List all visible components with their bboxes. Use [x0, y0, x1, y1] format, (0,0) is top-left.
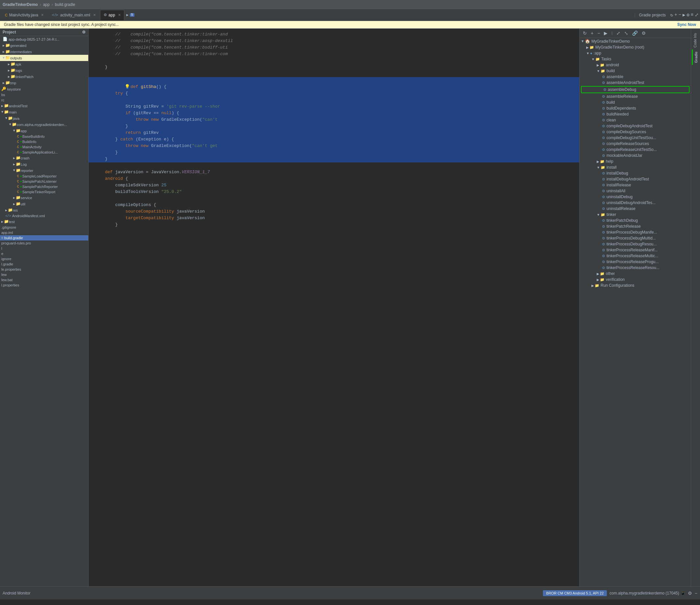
tab-mainactivity[interactable]: C MainActivity.java ✕ — [1, 10, 47, 20]
tab-num-badge[interactable]: ▶ 5 — [126, 13, 134, 17]
gradle-android-folder[interactable]: ▶ 📁 android — [580, 62, 691, 68]
collapse-all-button[interactable]: ⤡ — [623, 30, 629, 37]
refresh-gradle-button[interactable]: ↻ — [581, 30, 588, 37]
tree-item-rc[interactable]: rc — [0, 97, 88, 103]
gradle-task-tinkerprocessreleaseresou[interactable]: ⚙ tinkerProcessReleaseResou... — [580, 265, 691, 271]
tree-item-lewbat[interactable]: lew.bat — [0, 277, 88, 283]
gradle-task-clean[interactable]: ⚙ clean — [580, 117, 691, 123]
gradle-tasks-folder[interactable]: ▼ 📁 Tasks — [580, 56, 691, 62]
minus-icon[interactable]: − — [678, 12, 681, 18]
gradle-task-assemblerelease[interactable]: ⚙ assembleRelease — [580, 94, 691, 99]
run-gradle-button[interactable]: ▶ — [603, 30, 609, 37]
tree-item-androidmanifest[interactable]: ≺/≻ AndroidManifest.xml — [0, 213, 88, 218]
tree-item-buildinfo[interactable]: C ● BuildInfo — [0, 139, 88, 144]
tree-item-crash[interactable]: ▶ 📁 crash — [0, 155, 88, 161]
tree-item-service[interactable]: ▶ 📁 service — [0, 195, 88, 201]
gradle-task-compiledebugsources[interactable]: ⚙ compileDebugSources — [580, 129, 691, 135]
gradle-app-module[interactable]: ▼ ● :app — [580, 50, 691, 56]
settings-gradle-button[interactable]: ⚙ — [640, 30, 647, 37]
tree-item-proguard[interactable]: proguard-rules.pro — [0, 241, 88, 246]
gradle-task-tinkerpatchdebug[interactable]: ⚙ tinkerPatchDebug — [580, 218, 691, 223]
tree-item-tmp[interactable]: ▶ 📁 tmp — [0, 80, 88, 86]
tree-item-leproperties[interactable]: le.properties — [0, 267, 88, 272]
gradle-build-folder[interactable]: ▼ 📁 build — [580, 68, 691, 74]
tree-item-basebuildinf[interactable]: C ● BaseBuildInfo — [0, 134, 88, 139]
tree-item-apk[interactable]: ▶ 📁 apk — [0, 61, 88, 67]
link-button[interactable]: 🔗 — [631, 30, 639, 37]
add-icon[interactable]: + — [674, 12, 677, 18]
gradle-install-folder[interactable]: ▼ 📁 install — [580, 164, 691, 170]
gradle-task-installrelease[interactable]: ⚙ installRelease — [580, 182, 691, 188]
add-gradle-button[interactable]: + — [590, 30, 595, 37]
run-icon[interactable]: ▶ — [683, 12, 685, 18]
tree-item-lproperties[interactable]: l.properties — [0, 283, 88, 288]
gradle-help-folder[interactable]: ▶ 📁 help — [580, 159, 691, 164]
gradle-project-root-item[interactable]: ▶ 📁 MyGradleTinkerDemo (root) — [580, 44, 691, 50]
right-tab-codeiris[interactable]: Code Iris — [692, 31, 698, 50]
tree-item-logs[interactable]: ▶ 📁 logs — [0, 67, 88, 73]
tree-item-bs[interactable]: bs — [0, 92, 88, 97]
tab-close-icon[interactable]: ✕ — [93, 13, 96, 17]
tree-item-java[interactable]: ▼ 📁 java — [0, 115, 88, 121]
gradle-tinker-folder[interactable]: ▼ 📁 tinker — [580, 212, 691, 218]
gradle-task-compilereleaseunit[interactable]: ⚙ compileReleaseUnitTestSo... — [580, 147, 691, 152]
sync-now-button[interactable]: Sync Now — [677, 22, 696, 27]
gradle-verification-folder[interactable]: ▶ 📁 verification — [580, 276, 691, 283]
expand-icon[interactable]: ⤢ — [695, 12, 699, 18]
gradle-task-installdebug[interactable]: ⚙ installDebug — [580, 170, 691, 176]
gradle-task-compilereleasesources[interactable]: ⚙ compileReleaseSources — [580, 141, 691, 147]
tree-item-samplepatchreporter[interactable]: C ● SamplePatchReporter — [0, 184, 88, 189]
gradle-task-tinkerprocessreleasemanifest[interactable]: ⚙ tinkerProcessReleaseManif... — [580, 247, 691, 253]
tree-item-main[interactable]: ▼ 📁 main — [0, 109, 88, 115]
gradle-task-tinkerprocessdebugmanifest[interactable]: ⚙ tinkerProcessDebugManife... — [580, 229, 691, 235]
gradle-other-folder[interactable]: ▶ 📁 other — [580, 271, 691, 276]
settings-icon[interactable]: ⚙ — [686, 12, 689, 18]
tree-item-ignore[interactable]: ignore — [0, 256, 88, 262]
code-editor[interactable]: // compile("com.tencent.tinker:tinker-an… — [89, 28, 579, 586]
tree-item-sampleloadreporter[interactable]: C ● SampleLoadReporter — [0, 174, 88, 179]
tab-app-gradle[interactable]: ⚙ app ✕ — [100, 10, 124, 20]
gradle-task-uninstalldebug[interactable]: ⚙ uninstallDebug — [580, 194, 691, 200]
gradle-task-tinkerprocessdebugresou[interactable]: ⚙ tinkerProcessDebugResou... — [580, 241, 691, 247]
remove-gradle-button[interactable]: − — [596, 30, 601, 37]
tab-activitymain[interactable]: ≺/≻ activity_main.xml ✕ — [48, 10, 99, 20]
tree-item-keystore[interactable]: 🔑 keystore — [0, 86, 88, 92]
gradle-task-assemble[interactable]: ⚙ assemble — [580, 74, 691, 80]
tree-item-appiml[interactable]: app.iml — [0, 230, 88, 235]
tree-item-gitignore[interactable]: .gitignore — [0, 225, 88, 230]
tree-item-res[interactable]: ▶ 📁 res — [0, 207, 88, 213]
gradle-task-tinkerpatchrelease[interactable]: ⚙ tinkerPatchRelease — [580, 223, 691, 229]
tree-item-reporter[interactable]: ▼ 📁 reporter — [0, 167, 88, 174]
tree-item-sampletinkerreport[interactable]: C ● SampleTinkerReport — [0, 189, 88, 195]
gradle-run-configurations[interactable]: ▶ 📁 Run Configurations — [580, 283, 691, 288]
tree-item-intermediates[interactable]: ▶ 📁 intermediates — [0, 49, 88, 55]
gradle-task-assembleandroidtest[interactable]: ⚙ assembleAndroidTest — [580, 80, 691, 86]
gradle-task-installdebugandroidtest[interactable]: ⚙ installDebugAndroidTest — [580, 176, 691, 182]
gradle-task-buildneeded[interactable]: ⚙ buildNeeded — [580, 111, 691, 117]
tree-item-test[interactable]: ▶ 📁 test — [0, 218, 88, 225]
minimize-icon[interactable]: − — [695, 590, 697, 596]
right-tab-gradle[interactable]: Gradle — [692, 50, 699, 65]
tree-item-com-alpha[interactable]: ▼ 📁 com.alpha.mygradletinkerden... — [0, 121, 88, 128]
tree-item-app-folder[interactable]: ▼ 📁 app — [0, 128, 88, 134]
gradle-task-build[interactable]: ⚙ build — [580, 99, 691, 105]
device-button[interactable]: BROR CM CM3 Android 5.1, API 22 — [543, 590, 607, 596]
tree-item-util[interactable]: ▶ 📁 util — [0, 201, 88, 207]
gradle-task-uninstalldebugandroidtest[interactable]: ⚙ uninstallDebugAndroidTes... — [580, 200, 691, 206]
gradle-task-mockableandroidjar[interactable]: ⚙ mockableAndroidJar — [580, 152, 691, 159]
tree-item-sampleapplication[interactable]: C ● SampleApplicationLi... — [0, 150, 88, 155]
tree-item-l[interactable]: l — [0, 246, 88, 251]
tree-item-le[interactable]: e — [0, 251, 88, 256]
gradle-task-builddependents[interactable]: ⚙ buildDependents — [580, 105, 691, 111]
tab-close-icon[interactable]: ✕ — [118, 13, 121, 17]
tree-item-lew[interactable]: lew — [0, 272, 88, 277]
gradle-task-compiledebugandroidtest[interactable]: ⚙ compileDebugAndroidTest — [580, 123, 691, 129]
tree-item-samplepatchlistener[interactable]: C ● SamplePatchListener — [0, 179, 88, 184]
settings-bottom-icon[interactable]: ⚙ — [688, 590, 692, 596]
tree-item-generated[interactable]: ▶ 📁 generated — [0, 42, 88, 49]
gradle-task-tinkerprocessdebugmulti[interactable]: ⚙ tinkerProcessDebugMultid... — [580, 235, 691, 241]
gradle-task-uninstallrelease[interactable]: ⚙ uninstallRelease — [580, 206, 691, 212]
tree-item-buildgradle[interactable]: ⚙ build.gradle — [0, 235, 88, 241]
project-settings-icon[interactable]: ⚙ — [82, 30, 85, 34]
gradle-task-compiledebugunit[interactable]: ⚙ compileDebugUnitTestSou... — [580, 135, 691, 141]
